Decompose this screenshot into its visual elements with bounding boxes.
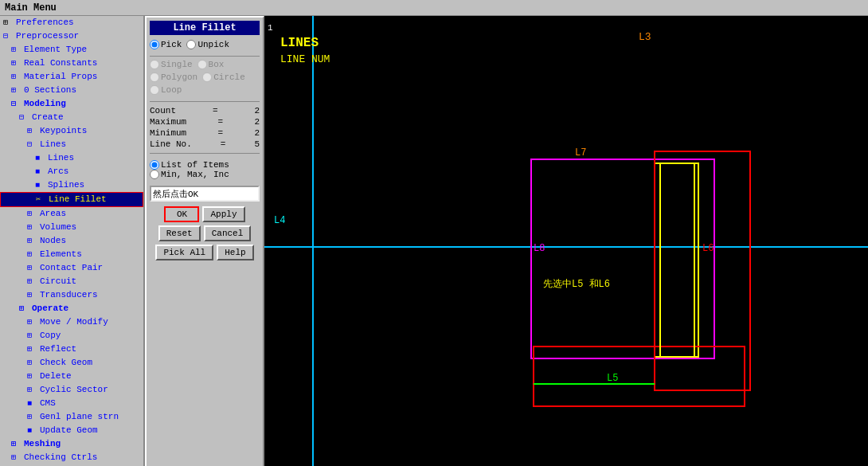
sidebar-item-label: Areas (40, 208, 66, 220)
sidebar-item-volumes[interactable]: ⊞ Volumes (0, 221, 143, 234)
lineno-value: 5 (254, 139, 260, 149)
sidebar-item-contact-pair[interactable]: ⊞ Contact Pair (0, 261, 143, 275)
single-box-group: Single Box (150, 60, 260, 69)
expand-icon: ⊟ (19, 112, 30, 123)
sidebar-item-label: Line Fillet (49, 194, 107, 206)
sidebar-item-reflect[interactable]: ⊞ Reflect (0, 343, 143, 356)
min-max-inc-radio[interactable] (150, 170, 159, 179)
unpick-option[interactable]: Unpick (186, 40, 229, 49)
sidebar-item-label: Lines (40, 139, 66, 151)
sidebar-item-copy[interactable]: ⊞ Copy (0, 329, 143, 343)
sidebar-item-check-geom[interactable]: ⊞ Check Geom (0, 356, 143, 370)
single-option[interactable]: Single (150, 60, 193, 69)
sidebar-item-line-fillet[interactable]: ✂ Line Fillet (0, 192, 143, 207)
sidebar-item-real-constants[interactable]: ⊞ Real Constants (0, 57, 143, 70)
ok-button[interactable]: OK (164, 206, 199, 222)
pick-radio[interactable] (150, 40, 159, 49)
maximum-label: Maximum (150, 117, 186, 127)
sidebar-item-cyclic-sector[interactable]: ⊞ Cyclic Sector (0, 383, 143, 397)
min-max-inc-option[interactable]: Min, Max, Inc (150, 170, 260, 179)
expand-icon: ⊞ (27, 330, 38, 342)
sidebar-item-sections[interactable]: ⊞ 0 Sections (0, 84, 143, 97)
list-items-radio[interactable] (150, 160, 159, 170)
canvas-svg: L3 L4 L7 L8 L6 L5 先 (264, 16, 868, 466)
help-button[interactable]: Help (217, 245, 253, 260)
sidebar-item-genl-plane-strn[interactable]: ⊞ Genl plane strn (0, 410, 143, 424)
expand-icon: ⊞ (27, 357, 38, 369)
svg-rect-5 (534, 347, 745, 406)
lineno-row: Line No. = 5 (150, 139, 260, 149)
circle-radio[interactable] (202, 72, 212, 82)
sidebar-item-create[interactable]: ⊟ Create (0, 111, 143, 124)
polygon-circle-group: Polygon Circle (150, 72, 260, 82)
pick-option[interactable]: Pick (150, 40, 182, 49)
svg-text:LINES: LINES (280, 36, 319, 50)
circle-option[interactable]: Circle (202, 72, 245, 82)
expand-icon: ⊟ (27, 139, 38, 151)
box-radio[interactable] (197, 60, 207, 69)
lineno-label: Line No. (150, 139, 192, 149)
single-radio[interactable] (150, 60, 159, 69)
sidebar-item-lines-sub[interactable]: ■ Lines (0, 151, 143, 165)
input-field[interactable] (150, 186, 260, 202)
loop-radio[interactable] (150, 85, 159, 95)
svg-text:L4: L4 (274, 215, 285, 226)
unpick-label: Unpick (197, 40, 229, 49)
expand-icon: ⊞ (27, 249, 38, 260)
sidebar-item-preprocessor[interactable]: ⊟ Preprocessor (0, 29, 143, 43)
sidebar-item-lines[interactable]: ⊟ Lines (0, 138, 143, 151)
sidebar-item-delete[interactable]: ⊞ Delete (0, 370, 143, 383)
sidebar-item-areas[interactable]: ⊞ Areas (0, 207, 143, 221)
sidebar-item-modeling[interactable]: ⊟ Modeling (0, 97, 143, 111)
sidebar-item-material-props[interactable]: ⊞ Material Props (0, 70, 143, 84)
sidebar-item-label: Genl plane strn (40, 411, 119, 423)
sidebar-item-label: Update Geom (40, 425, 98, 437)
unpick-radio[interactable] (186, 40, 196, 49)
sidebar-item-elements[interactable]: ⊞ Elements (0, 248, 143, 261)
sidebar-item-update-geom[interactable]: ■ Update Geom (0, 424, 143, 437)
list-items-option[interactable]: List of Items (150, 160, 260, 170)
maximum-value: 2 (254, 117, 260, 127)
sidebar-item-label: 0 Sections (24, 84, 76, 96)
sidebar-item-label: Copy (40, 330, 61, 342)
polygon-option[interactable]: Polygon (150, 72, 197, 82)
bullet-icon: ■ (35, 179, 46, 191)
svg-text:1: 1 (268, 23, 273, 33)
sidebar-item-arcs[interactable]: ■ Arcs (0, 165, 143, 178)
sidebar-item-label: Create (32, 112, 64, 123)
sidebar-item-splines[interactable]: ■ Splines (0, 178, 143, 192)
sidebar-item-label: Preprocessor (16, 30, 79, 42)
sidebar-item-label: Material Props (24, 71, 97, 83)
cancel-button[interactable]: Cancel (204, 225, 252, 241)
sidebar-item-operate[interactable]: ⊞ Operate (0, 302, 143, 315)
sidebar-item-transducers[interactable]: ⊞ Transducers (0, 288, 143, 302)
sidebar-item-nodes[interactable]: ⊞ Nodes (0, 234, 143, 248)
sidebar-item-meshing[interactable]: ⊞ Meshing (0, 437, 143, 451)
pick-label: Pick (161, 40, 182, 49)
expand-icon: ⊞ (27, 384, 38, 396)
svg-text:L3: L3 (639, 31, 651, 43)
sidebar-item-checking-ctrls[interactable]: ⊞ Checking Ctrls (0, 451, 143, 464)
count-equals: = (213, 106, 218, 116)
sidebar-item-label: CMS (40, 397, 56, 409)
expand-icon: ⊞ (27, 411, 38, 423)
reset-button[interactable]: Reset (158, 225, 201, 241)
sidebar-item-label: Contact Pair (40, 262, 103, 274)
expand-icon: ⊞ (11, 438, 22, 450)
sidebar-item-element-type[interactable]: ⊞ Element Type (0, 43, 143, 57)
sidebar-item-keypoints[interactable]: ⊞ Keypoints (0, 124, 143, 138)
minimum-row: Minimum = 2 (150, 128, 260, 138)
polygon-label: Polygon (161, 72, 197, 82)
apply-button[interactable]: Apply (202, 206, 244, 222)
sidebar-item-move-modify[interactable]: ⊞ Move / Modify (0, 315, 143, 329)
sidebar-item-label: Move / Modify (40, 316, 108, 328)
sidebar-item-cms[interactable]: ■ CMS (0, 397, 143, 410)
expand-icon: ⊞ (11, 57, 22, 69)
sidebar-item-circuit[interactable]: ⊞ Circuit (0, 275, 143, 288)
polygon-radio[interactable] (150, 72, 159, 82)
pick-all-button[interactable]: Pick All (155, 245, 213, 260)
sidebar-item-preferences[interactable]: ⊞ Preferences (0, 16, 143, 29)
expand-icon: ⊞ (11, 44, 22, 56)
loop-option[interactable]: Loop (150, 85, 182, 95)
box-option[interactable]: Box (197, 60, 225, 69)
